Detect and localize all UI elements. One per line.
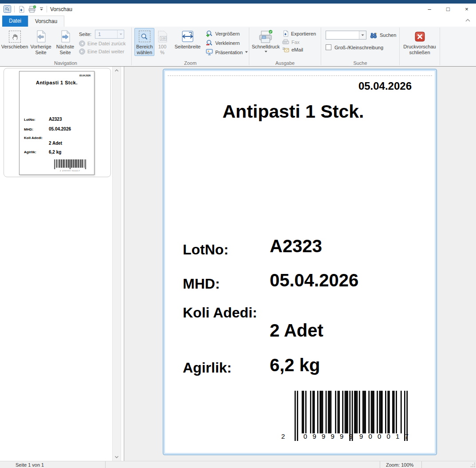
- ribbon-group-navigation: Verschieben Vorherige Seite Nächste Seit…: [0, 27, 131, 66]
- seite-label: Seite:: [79, 32, 91, 37]
- print-quick-button[interactable]: [28, 5, 36, 13]
- ribbon-group-zoom: Bereich wählen 100 100 % Seitenbreite Ve…: [132, 27, 249, 66]
- verkleinern-button[interactable]: Verkleinern: [206, 40, 248, 47]
- status-page-count: Seite 1 von 1: [16, 462, 44, 468]
- praesentation-button[interactable]: Präsentation: [206, 49, 248, 56]
- suche-group-label: Suche: [321, 60, 399, 66]
- verschieben-button[interactable]: Verschieben: [1, 28, 28, 50]
- close-button[interactable]: ×: [457, 4, 476, 15]
- ean13-barcode: 2 0 9 9 9 9 9 9 0 0 0 1 7: [280, 391, 410, 449]
- praesentation-label: Präsentation: [215, 50, 243, 55]
- thumb-field-label: Koli Adedi:: [24, 136, 43, 140]
- quick-access-toolbar: [4, 5, 47, 13]
- fax-button[interactable]: Fax: [282, 39, 316, 45]
- search-combobox[interactable]: [326, 31, 366, 40]
- tab-vorschau[interactable]: Vorschau: [28, 16, 64, 27]
- suchen-button[interactable]: Suchen: [370, 32, 396, 39]
- thumbnail-scrollbar[interactable]: [112, 67, 121, 461]
- thumb-barcode-bars: [54, 159, 86, 169]
- thumb-label-title: Antipasti 1 Stck.: [20, 80, 94, 85]
- tab-datei[interactable]: Datei: [2, 16, 28, 27]
- chevron-down-icon: [114, 456, 119, 459]
- maximize-button[interactable]: □: [439, 4, 457, 15]
- scroll-up-button[interactable]: [113, 67, 121, 74]
- export-icon: [282, 30, 289, 37]
- barcode-right-digits: 9 0 0 0 1 7: [359, 432, 410, 440]
- label-field-label: Koli Adedi:: [183, 302, 262, 324]
- back-circle-icon: [79, 40, 85, 47]
- ribbon-group-suche: Suchen Groß-/Kleinschreibung Suche: [321, 27, 399, 66]
- move-hand-icon: [9, 30, 21, 43]
- vorherige-seite-button[interactable]: Vorherige Seite: [28, 28, 53, 56]
- previous-page-icon: [35, 30, 47, 43]
- thumb-field-value: A2323: [49, 117, 62, 122]
- suche-column: Suchen Groß-/Kleinschreibung: [322, 28, 400, 50]
- page-thumbnail[interactable]: 05.04.2026 Antipasti 1 Stck. LotNo: A232…: [19, 71, 94, 175]
- thumbnail-panel: 05.04.2026 Antipasti 1 Stck. LotNo: A232…: [0, 67, 112, 461]
- seitenbreite-button[interactable]: Seitenbreite: [173, 28, 203, 50]
- presentation-icon: [206, 49, 213, 56]
- bereich-waehlen-label: Bereich wählen: [136, 44, 153, 56]
- preview-area[interactable]: 05.04.2026 Antipasti 1 Stck. LotNo: A232…: [124, 67, 476, 461]
- ribbon-group-schliessen: Druckvorschau schließen: [400, 27, 440, 66]
- thumb-field-value: 2 Adet: [49, 141, 62, 146]
- quick-print-icon: [258, 30, 273, 43]
- eine-datei-zurueck-label: Eine Datei zurück: [87, 41, 126, 46]
- resize-grip[interactable]: [470, 462, 476, 468]
- label-field-label: LotNo:: [183, 239, 262, 261]
- zoom-100-icon: 100: [157, 30, 168, 43]
- seite-value: 1: [95, 32, 117, 37]
- thumb-field-label: Agirlik:: [24, 150, 43, 155]
- label-date: 05.04.2026: [358, 80, 412, 92]
- schnelldruck-button[interactable]: Schnelldruck: [250, 28, 281, 53]
- vergroessern-label: Vergrößern: [215, 31, 240, 36]
- verschieben-label: Verschieben: [1, 44, 28, 50]
- druckvorschau-schliessen-button[interactable]: Druckvorschau schließen: [401, 28, 439, 56]
- bereich-waehlen-button[interactable]: Bereich wählen: [134, 28, 154, 56]
- search-combobox-arrow[interactable]: [359, 31, 366, 39]
- barcode-left-digits: 0 9 9 9 9 9: [303, 432, 354, 440]
- close-preview-icon: [415, 30, 425, 43]
- case-sensitivity-label: Groß-/Kleinschreibung: [334, 45, 383, 50]
- seitenbreite-label: Seitenbreite: [175, 44, 201, 50]
- eine-datei-zurueck-button[interactable]: Eine Datei zurück: [79, 40, 126, 47]
- status-separator: [421, 461, 422, 468]
- thumb-field-value: 6,2 kg: [49, 150, 61, 155]
- thumbnail-selection[interactable]: 05.04.2026 Antipasti 1 Stck. LotNo: A232…: [4, 68, 111, 177]
- collapse-ribbon-chevron[interactable]: [465, 18, 471, 22]
- case-sensitivity-checkbox[interactable]: [326, 44, 331, 50]
- hundert-prozent-button[interactable]: 100 100 %: [154, 28, 170, 56]
- email-icon: [282, 47, 289, 52]
- export-quick-button[interactable]: [18, 6, 25, 13]
- customize-toolbar-dropdown[interactable]: [39, 7, 43, 11]
- barcode-first-digit: 2: [281, 432, 285, 440]
- titlebar: Vorschau – □ ×: [0, 4, 476, 15]
- eine-datei-weiter-button[interactable]: Eine Datei weiter: [79, 48, 126, 55]
- toolbar-separator: [14, 6, 15, 12]
- label-field-label: MHD:: [183, 273, 262, 295]
- statusbar: Seite 1 von 1 Zoom: 100%: [0, 461, 476, 468]
- ausgabe-group-label: Ausgabe: [249, 60, 321, 66]
- minimize-button[interactable]: –: [420, 4, 439, 15]
- window-controls: – □ ×: [420, 4, 476, 15]
- naechste-seite-button[interactable]: Nächste Seite: [53, 28, 77, 56]
- forward-circle-icon: [79, 48, 85, 55]
- zoom-group-label: Zoom: [132, 60, 249, 66]
- exportieren-button[interactable]: Exportieren: [282, 30, 316, 37]
- label-field-value: 6,2 kg: [270, 355, 320, 375]
- zoom-in-icon: [206, 30, 213, 37]
- thumb-label-date: 05.04.2026: [79, 74, 90, 77]
- navigation-column: Seite: 1 Eine Datei zurück Eine Datei we…: [79, 28, 126, 55]
- label-title: Antipasti 1 Stck.: [165, 101, 421, 122]
- email-button[interactable]: eMail: [282, 47, 316, 52]
- thumb-barcode: 2 099999 900017: [54, 159, 86, 172]
- preview-page[interactable]: 05.04.2026 Antipasti 1 Stck. LotNo: A232…: [163, 69, 437, 455]
- scroll-down-button[interactable]: [113, 453, 121, 461]
- vergroessern-button[interactable]: Vergrößern: [206, 30, 248, 37]
- vorherige-seite-label: Vorherige Seite: [30, 44, 51, 56]
- ausgabe-column: Exportieren Fax eMail: [282, 28, 316, 52]
- fax-icon: [282, 39, 289, 45]
- seite-spinner[interactable]: 1: [95, 30, 124, 39]
- ribbon-group-ausgabe: Schnelldruck Exportieren Fax eMail Ausga…: [249, 27, 321, 66]
- seite-dropdown-arrow[interactable]: [117, 30, 124, 38]
